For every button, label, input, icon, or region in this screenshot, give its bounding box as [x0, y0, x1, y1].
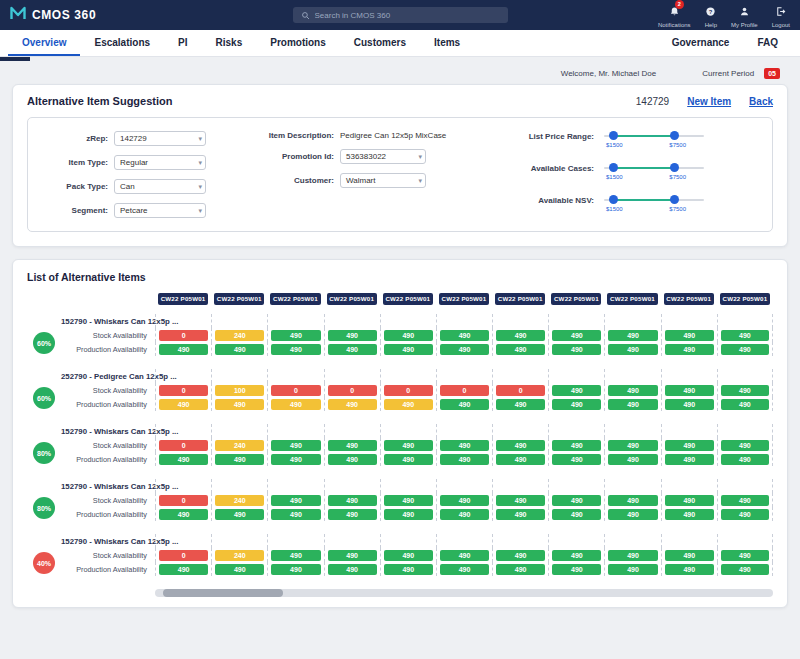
customer-select[interactable]: Walmart ▾ — [340, 173, 426, 188]
production-availability-cell[interactable]: 490 — [721, 509, 769, 520]
production-availability-cell[interactable]: 490 — [721, 564, 769, 575]
stock-availability-cell[interactable]: 490 — [552, 495, 601, 506]
tab-faq[interactable]: FAQ — [743, 30, 792, 56]
production-availability-cell[interactable]: 490 — [440, 399, 489, 410]
stock-availability-cell[interactable]: 490 — [608, 440, 657, 451]
stock-availability-cell[interactable]: 0 — [159, 550, 208, 561]
stock-availability-cell[interactable]: 490 — [384, 330, 433, 341]
stock-availability-cell[interactable]: 490 — [721, 550, 769, 561]
stock-availability-cell[interactable]: 240 — [215, 330, 264, 341]
zrep-select[interactable]: 142729 ▾ — [114, 131, 206, 146]
tab-governance[interactable]: Governance — [658, 30, 744, 56]
promotion-id-select[interactable]: 536383022 ▾ — [340, 149, 426, 164]
production-availability-cell[interactable]: 490 — [384, 564, 433, 575]
production-availability-cell[interactable]: 490 — [271, 399, 320, 410]
stock-availability-cell[interactable]: 490 — [496, 330, 545, 341]
production-availability-cell[interactable]: 490 — [440, 564, 489, 575]
available-nsv-slider[interactable] — [604, 195, 704, 204]
stock-availability-cell[interactable]: 490 — [608, 385, 657, 396]
search-input[interactable] — [315, 11, 500, 20]
stock-availability-cell[interactable]: 240 — [215, 550, 264, 561]
stock-availability-cell[interactable]: 490 — [552, 385, 601, 396]
pack-type-select[interactable]: Can ▾ — [114, 179, 206, 194]
production-availability-cell[interactable]: 490 — [440, 344, 489, 355]
production-availability-cell[interactable]: 490 — [608, 399, 657, 410]
production-availability-cell[interactable]: 490 — [215, 564, 264, 575]
stock-availability-cell[interactable]: 490 — [440, 440, 489, 451]
stock-availability-cell[interactable]: 490 — [721, 440, 769, 451]
slider-handle-max[interactable] — [670, 195, 679, 204]
stock-availability-cell[interactable]: 490 — [328, 330, 377, 341]
stock-availability-cell[interactable]: 490 — [440, 495, 489, 506]
stock-availability-cell[interactable]: 490 — [496, 495, 545, 506]
item-type-select[interactable]: Regular ▾ — [114, 155, 206, 170]
production-availability-cell[interactable]: 490 — [608, 564, 657, 575]
production-availability-cell[interactable]: 490 — [384, 509, 433, 520]
stock-availability-cell[interactable]: 490 — [721, 495, 769, 506]
production-availability-cell[interactable]: 490 — [552, 344, 601, 355]
production-availability-cell[interactable]: 490 — [665, 564, 714, 575]
slider-handle-min[interactable] — [609, 195, 618, 204]
production-availability-cell[interactable]: 490 — [608, 509, 657, 520]
tab-pi[interactable]: PI — [164, 30, 201, 56]
production-availability-cell[interactable]: 490 — [159, 344, 208, 355]
stock-availability-cell[interactable]: 490 — [328, 550, 377, 561]
production-availability-cell[interactable]: 490 — [215, 509, 264, 520]
stock-availability-cell[interactable]: 490 — [271, 440, 320, 451]
stock-availability-cell[interactable]: 490 — [328, 440, 377, 451]
stock-availability-cell[interactable]: 240 — [215, 495, 264, 506]
production-availability-cell[interactable]: 490 — [328, 399, 377, 410]
new-item-link[interactable]: New Item — [687, 96, 731, 107]
production-availability-cell[interactable]: 490 — [496, 399, 545, 410]
stock-availability-cell[interactable]: 490 — [608, 495, 657, 506]
stock-availability-cell[interactable]: 0 — [159, 495, 208, 506]
production-availability-cell[interactable]: 490 — [159, 454, 208, 465]
stock-availability-cell[interactable]: 490 — [271, 550, 320, 561]
back-link[interactable]: Back — [749, 96, 773, 107]
production-availability-cell[interactable]: 490 — [665, 454, 714, 465]
stock-availability-cell[interactable]: 490 — [440, 550, 489, 561]
stock-availability-cell[interactable]: 490 — [665, 495, 714, 506]
stock-availability-cell[interactable]: 490 — [665, 550, 714, 561]
tab-risks[interactable]: Risks — [202, 30, 257, 56]
stock-availability-cell[interactable]: 490 — [665, 330, 714, 341]
production-availability-cell[interactable]: 490 — [552, 509, 601, 520]
production-availability-cell[interactable]: 490 — [384, 399, 433, 410]
production-availability-cell[interactable]: 490 — [215, 454, 264, 465]
stock-availability-cell[interactable]: 0 — [159, 440, 208, 451]
stock-availability-cell[interactable]: 0 — [271, 385, 320, 396]
stock-availability-cell[interactable]: 100 — [215, 385, 264, 396]
tab-escalations[interactable]: Escalations — [80, 30, 164, 56]
stock-availability-cell[interactable]: 490 — [665, 385, 714, 396]
production-availability-cell[interactable]: 490 — [721, 399, 769, 410]
production-availability-cell[interactable]: 490 — [665, 399, 714, 410]
tab-promotions[interactable]: Promotions — [256, 30, 340, 56]
stock-availability-cell[interactable]: 490 — [552, 440, 601, 451]
slider-handle-max[interactable] — [670, 131, 679, 140]
production-availability-cell[interactable]: 490 — [159, 399, 208, 410]
logout-button[interactable]: Logout — [772, 3, 790, 28]
stock-availability-cell[interactable]: 490 — [721, 330, 769, 341]
stock-availability-cell[interactable]: 490 — [665, 440, 714, 451]
production-availability-cell[interactable]: 490 — [721, 344, 769, 355]
production-availability-cell[interactable]: 490 — [384, 344, 433, 355]
stock-availability-cell[interactable]: 0 — [328, 385, 377, 396]
notifications-button[interactable]: 2 Notifications — [658, 3, 691, 28]
production-availability-cell[interactable]: 490 — [608, 454, 657, 465]
production-availability-cell[interactable]: 490 — [215, 399, 264, 410]
production-availability-cell[interactable]: 490 — [552, 564, 601, 575]
production-availability-cell[interactable]: 490 — [440, 509, 489, 520]
production-availability-cell[interactable]: 490 — [496, 344, 545, 355]
tab-customers[interactable]: Customers — [340, 30, 420, 56]
production-availability-cell[interactable]: 490 — [721, 454, 769, 465]
stock-availability-cell[interactable]: 490 — [271, 495, 320, 506]
stock-availability-cell[interactable]: 0 — [384, 385, 433, 396]
list-price-range-slider[interactable] — [604, 131, 704, 140]
production-availability-cell[interactable]: 490 — [384, 454, 433, 465]
production-availability-cell[interactable]: 490 — [271, 344, 320, 355]
stock-availability-cell[interactable]: 490 — [384, 495, 433, 506]
stock-availability-cell[interactable]: 0 — [159, 385, 208, 396]
stock-availability-cell[interactable]: 490 — [384, 550, 433, 561]
slider-handle-min[interactable] — [609, 163, 618, 172]
production-availability-cell[interactable]: 490 — [608, 344, 657, 355]
